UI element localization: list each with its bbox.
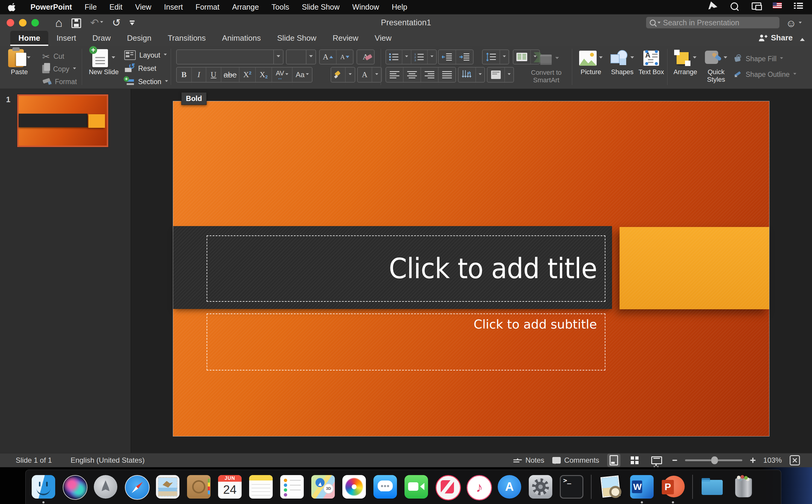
language-indicator[interactable]: English (United States) [71,456,144,465]
menu-item-powerpoint[interactable]: PowerPoint [24,3,78,11]
picture-button[interactable]: Picture [576,48,606,76]
bullets-dropdown[interactable] [402,50,412,64]
new-slide-button[interactable]: New Slide [86,48,121,76]
dock-item-safari[interactable] [125,475,148,499]
save-icon[interactable] [71,18,81,28]
menu-item-edit[interactable]: Edit [103,3,129,11]
cut-button[interactable]: Cut [42,50,77,63]
dock-item-system-preferences[interactable] [529,475,552,499]
redo-button[interactable] [112,17,121,28]
numbering-button[interactable]: 123 [412,50,428,64]
dock-item-messages[interactable] [373,475,397,499]
dock-item-notes[interactable] [249,475,273,499]
numbering-dropdown[interactable] [428,50,436,64]
title-placeholder[interactable]: Click to add title [207,235,605,302]
slide-accent-rectangle[interactable] [620,227,769,309]
dock-item-reminders[interactable] [280,475,304,499]
copy-button[interactable]: Copy [42,63,77,75]
tab-view[interactable]: View [366,31,400,46]
subscript-button[interactable]: X2 [256,68,272,82]
search-scope-chevron-icon[interactable] [658,22,661,25]
dock-item-finder[interactable] [32,475,55,499]
reset-button[interactable]: Reset [124,62,168,75]
comments-toggle[interactable]: Comments [552,456,599,465]
menu-item-slide-show[interactable]: Slide Show [295,3,346,11]
dock-item-news[interactable] [436,475,459,499]
highlight-dropdown[interactable] [346,68,355,82]
justify-button[interactable] [439,68,456,82]
close-window-button[interactable] [7,19,14,27]
clear-formatting-button[interactable]: A [356,49,374,65]
slideshow-button[interactable] [649,455,665,466]
zoom-in-icon[interactable] [750,458,756,463]
layout-button[interactable]: Layout [124,49,168,61]
share-button[interactable]: Share [758,33,793,43]
spotlight-icon[interactable] [731,2,740,11]
normal-view-button[interactable] [607,454,621,467]
dock-item-itunes[interactable] [467,475,490,499]
change-case-button[interactable]: Aa [292,68,312,82]
tab-draw[interactable]: Draw [84,31,119,46]
underline-button[interactable]: U [206,68,221,82]
search-box[interactable] [646,17,779,28]
menu-item-tools[interactable]: Tools [265,3,295,11]
highlight-button[interactable] [330,67,355,83]
bullets-button[interactable] [386,50,402,64]
tab-animations[interactable]: Animations [214,31,269,46]
dock-item-mail[interactable] [156,475,179,499]
dock-item-contacts[interactable] [187,475,210,499]
decrease-indent-button[interactable] [439,50,456,64]
subtitle-placeholder[interactable]: Click to add subtitle [207,313,605,370]
dock-item-app-store[interactable]: A [498,475,521,499]
tab-review[interactable]: Review [324,31,366,46]
home-icon[interactable] [55,17,62,29]
shape-fill-button[interactable]: Shape Fill [734,54,796,64]
line-spacing-dropdown[interactable] [500,50,509,64]
quick-styles-button[interactable]: Quick Styles [702,48,731,83]
dock-item-facetime[interactable] [404,475,428,499]
notification-center-icon[interactable] [794,2,803,11]
text-direction-dropdown[interactable] [476,68,485,82]
grow-font-button[interactable]: A [320,50,336,64]
zoom-window-button[interactable] [31,19,39,27]
menu-item-window[interactable]: Window [346,3,385,11]
tab-design[interactable]: Design [119,31,159,46]
tab-insert[interactable]: Insert [48,31,84,46]
align-left-button[interactable] [386,68,403,82]
font-size-select[interactable] [286,49,316,65]
dock-item-preview[interactable] [599,475,623,499]
feedback-smiley-icon[interactable] [786,17,802,29]
menu-item-view[interactable]: View [129,3,158,11]
us-flag-input-icon[interactable] [773,2,782,11]
shape-outline-button[interactable]: Shape Outline [734,69,796,80]
shrink-font-button[interactable]: A [336,50,353,64]
slide-canvas[interactable]: Click to add title Click to add subtitle [131,89,812,453]
increase-indent-button[interactable] [456,50,473,64]
format-painter-button[interactable]: Format [42,75,77,88]
align-center-button[interactable] [403,68,421,82]
line-spacing-button[interactable] [482,49,509,65]
menu-item-insert[interactable]: Insert [158,3,189,11]
align-text-button[interactable] [487,67,514,83]
convert-to-smartart-button[interactable]: Convert to SmartArt [521,49,572,84]
menu-item-help[interactable]: Help [385,3,414,11]
tab-home[interactable]: Home [10,31,48,46]
section-button[interactable]: Section [124,75,168,88]
slide-editing-area[interactable]: Click to add title Click to add subtitle [173,101,769,436]
zoom-level[interactable]: 103% [763,456,782,465]
dock-item-calendar[interactable]: JUN 24 [218,475,242,499]
italic-button[interactable]: I [192,68,206,82]
displays-icon[interactable] [752,2,761,11]
collapse-ribbon-icon[interactable] [800,36,805,41]
minimize-window-button[interactable] [19,19,27,27]
align-text-dropdown[interactable] [505,68,514,82]
menu-item-format[interactable]: Format [189,3,226,11]
strikethrough-button[interactable]: abe [221,68,239,82]
dock-item-word[interactable]: W [630,475,654,499]
font-color-button[interactable]: A [357,67,382,83]
paste-button[interactable]: Paste [4,48,35,76]
font-name-select[interactable] [176,49,283,65]
tab-transitions[interactable]: Transitions [159,31,214,46]
bold-button[interactable]: B [177,68,192,82]
slide-sorter-view-button[interactable] [628,455,641,466]
